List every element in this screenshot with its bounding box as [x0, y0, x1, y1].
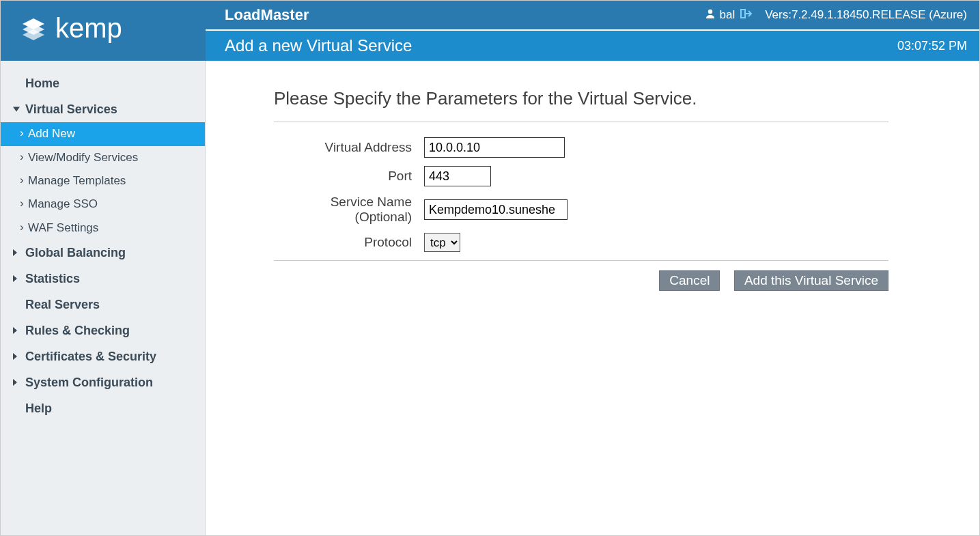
sub-label: WAF Settings	[28, 221, 98, 234]
nav-label: Virtual Services	[25, 102, 117, 116]
button-row: Cancel Add this Virtual Service	[274, 270, 888, 291]
sub-manage-templates[interactable]: Manage Templates	[1, 169, 205, 193]
logout-icon[interactable]	[739, 8, 753, 23]
page-title: Add a new Virtual Service	[225, 36, 897, 55]
caret-right-icon	[13, 249, 17, 256]
input-virtual-address[interactable]	[424, 137, 565, 158]
user-icon	[705, 8, 716, 23]
nav-label: Real Servers	[25, 298, 100, 311]
sub-view-modify[interactable]: View/Modify Services	[1, 146, 205, 169]
nav-global-balancing[interactable]: Global Balancing	[1, 240, 205, 266]
app-title: LoadMaster	[225, 6, 705, 24]
nav-system-config[interactable]: System Configuration	[1, 369, 205, 395]
row-protocol: Protocol tcp	[274, 233, 888, 252]
header-bottom-bar: Add a new Virtual Service 03:07:52 PM	[206, 29, 979, 61]
clock: 03:07:52 PM	[897, 39, 967, 53]
main-content: Please Specify the Parameters for the Vi…	[206, 61, 979, 535]
add-virtual-service-button[interactable]: Add this Virtual Service	[734, 270, 888, 291]
username: bal	[720, 8, 736, 22]
nav-label: Statistics	[25, 272, 80, 285]
nav-label: Help	[25, 401, 52, 415]
nav-certs-security[interactable]: Certificates & Security	[1, 343, 205, 369]
input-service-name[interactable]	[424, 199, 568, 220]
nav-statistics[interactable]: Statistics	[1, 266, 205, 292]
nav-label: Home	[25, 76, 59, 90]
sub-add-new[interactable]: Add New	[1, 122, 205, 145]
body-area: Home Virtual Services Add New View/Modif…	[1, 61, 979, 535]
caret-right-icon	[13, 379, 17, 386]
header-top-bar: LoadMaster bal Vers:7.2.49.1.18450.RELEA…	[206, 1, 979, 29]
cancel-button[interactable]: Cancel	[659, 270, 720, 291]
label-port: Port	[274, 169, 424, 184]
logo-area: kemp	[1, 1, 206, 61]
sub-label: Manage Templates	[28, 174, 126, 187]
label-service-name: Service Name (Optional)	[274, 195, 424, 225]
row-service-name: Service Name (Optional)	[274, 195, 888, 225]
nav-real-servers[interactable]: Real Servers	[1, 292, 205, 318]
sub-label: View/Modify Services	[28, 151, 138, 164]
sub-label: Add New	[28, 127, 75, 140]
nav-home[interactable]: Home	[1, 70, 205, 96]
sub-label: Manage SSO	[28, 197, 98, 210]
nav-label: Rules & Checking	[25, 324, 130, 337]
sidebar: Home Virtual Services Add New View/Modif…	[1, 61, 206, 535]
nav-label: Global Balancing	[25, 246, 126, 259]
form-wrap: Please Specify the Parameters for the Vi…	[274, 88, 888, 291]
divider	[274, 260, 888, 261]
input-port[interactable]	[424, 166, 491, 186]
label-protocol: Protocol	[274, 235, 424, 250]
label-virtual-address: Virtual Address	[274, 140, 424, 155]
nav-label: System Configuration	[25, 376, 153, 389]
header-right: LoadMaster bal Vers:7.2.49.1.18450.RELEA…	[206, 1, 979, 61]
version-text: Vers:7.2.49.1.18450.RELEASE (Azure)	[765, 8, 967, 22]
user-block[interactable]: bal	[705, 8, 753, 23]
caret-right-icon	[13, 353, 17, 360]
divider	[274, 122, 888, 122]
kemp-logo-icon: kemp	[13, 9, 177, 53]
svg-text:kemp: kemp	[55, 13, 122, 43]
row-port: Port	[274, 166, 888, 186]
caret-right-icon	[13, 275, 17, 282]
header: kemp LoadMaster bal Vers:7.2.49.1.18450.…	[1, 1, 979, 61]
nav-rules-checking[interactable]: Rules & Checking	[1, 318, 205, 343]
nav-virtual-services[interactable]: Virtual Services	[1, 96, 205, 122]
row-virtual-address: Virtual Address	[274, 137, 888, 158]
svg-point-1	[708, 9, 712, 13]
caret-right-icon	[13, 327, 17, 334]
select-protocol[interactable]: tcp	[424, 233, 460, 252]
form-heading: Please Specify the Parameters for the Vi…	[274, 88, 888, 109]
sub-waf-settings[interactable]: WAF Settings	[1, 216, 205, 240]
nav-label: Certificates & Security	[25, 350, 156, 363]
sub-manage-sso[interactable]: Manage SSO	[1, 193, 205, 216]
caret-down-icon	[13, 107, 20, 112]
nav-help[interactable]: Help	[1, 395, 205, 421]
